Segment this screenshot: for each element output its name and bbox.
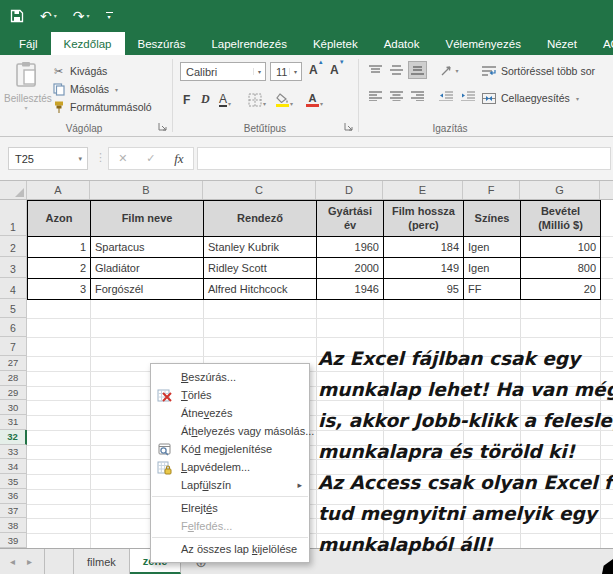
row-header[interactable]: 37	[0, 504, 27, 519]
row-header[interactable]: 36	[0, 489, 27, 504]
grow-font-button[interactable]: A▲	[309, 63, 318, 77]
table-cell[interactable]: 184	[384, 237, 464, 258]
row-header[interactable]: 39	[0, 533, 27, 548]
tab-beszuras[interactable]: Beszúrás	[125, 32, 199, 55]
wrap-text-button[interactable]: Sortöréssel több sor	[482, 65, 595, 77]
name-box[interactable]: T25 ▾	[8, 147, 88, 170]
orientation-button[interactable]: ▾	[436, 61, 464, 79]
customize-qat-icon[interactable]: ▾	[106, 12, 113, 20]
row-header[interactable]: 29	[0, 386, 27, 401]
table-cell[interactable]: 100	[521, 237, 601, 258]
select-all-button[interactable]	[0, 181, 27, 199]
menu-item-rename[interactable]: Átnevezés	[151, 404, 309, 422]
italic-button[interactable]: D	[201, 91, 210, 109]
tab-fajl[interactable]: Fájl	[6, 32, 51, 55]
paste-button[interactable]: Beillesztés ▾	[4, 61, 48, 127]
table-header-cell[interactable]: Rendező	[204, 201, 317, 237]
tab-acrobat[interactable]: ACR	[590, 32, 613, 55]
copy-button[interactable]: Másolás ▾	[52, 81, 118, 97]
tab-lapelrendezes[interactable]: Lapelrendezés	[198, 32, 299, 55]
tab-adatok[interactable]: Adatok	[371, 32, 433, 55]
table-cell[interactable]: Alfred Hitchcock	[204, 279, 317, 300]
menu-item-delete[interactable]: Törlés	[151, 386, 309, 404]
prev-sheet-icon[interactable]: ◂	[10, 556, 15, 567]
menu-item-insert[interactable]: Beszúrás...	[151, 368, 309, 386]
row-header[interactable]: 7	[0, 337, 27, 356]
table-header-cell[interactable]: Bevétel (Millió $)	[521, 201, 601, 237]
menu-item-select-all-sheets[interactable]: Az összes lap kijelölése	[151, 540, 309, 558]
align-bottom-button[interactable]	[408, 61, 427, 79]
column-header-f[interactable]: F	[463, 181, 520, 199]
font-size-combo[interactable]: 11 ▾	[270, 62, 302, 81]
formula-input[interactable]	[197, 147, 611, 170]
align-center-button[interactable]	[387, 87, 406, 105]
row-header-active[interactable]: 32	[0, 430, 27, 445]
font-name-combo[interactable]: Calibri ▾	[180, 62, 266, 81]
table-cell[interactable]: 800	[521, 258, 601, 279]
font-color-button[interactable]: A ▾	[306, 91, 323, 109]
table-cell[interactable]: 2000	[317, 258, 384, 279]
table-cell[interactable]: Spartacus	[91, 237, 204, 258]
decrease-indent-button[interactable]	[436, 87, 455, 105]
enter-icon[interactable]: ✓	[146, 152, 155, 165]
tab-velemenyezes[interactable]: Véleményezés	[432, 32, 533, 55]
column-header-e[interactable]: E	[383, 181, 463, 199]
next-sheet-icon[interactable]: ▸	[27, 556, 32, 567]
fill-color-button[interactable]: ▾	[276, 91, 293, 109]
table-cell[interactable]: 1946	[317, 279, 384, 300]
redo-icon[interactable]: ↷▾	[73, 9, 90, 23]
insert-function-icon[interactable]: fx	[174, 151, 183, 167]
row-header[interactable]: 2	[0, 236, 27, 257]
table-cell[interactable]: Stanley Kubrik	[204, 237, 317, 258]
film-table[interactable]: Azon Film neve Rendező Gyártási év Film …	[27, 200, 601, 300]
table-cell[interactable]: 2	[28, 258, 91, 279]
sheet-tab-filmek[interactable]: filmek	[73, 549, 130, 574]
table-cell[interactable]: 95	[384, 279, 464, 300]
undo-icon[interactable]: ↶▾	[40, 9, 57, 23]
bold-button[interactable]: F	[183, 91, 190, 109]
table-header-cell[interactable]: Azon	[28, 201, 91, 237]
row-header[interactable]: 3	[0, 257, 27, 278]
formula-bar-grip[interactable]: ⋮	[95, 151, 106, 164]
row-header[interactable]: 30	[0, 400, 27, 415]
table-cell[interactable]: Ridley Scott	[204, 258, 317, 279]
borders-button[interactable]: ▾	[248, 91, 266, 109]
table-cell[interactable]: 3	[28, 279, 91, 300]
table-cell[interactable]: Igen	[464, 258, 521, 279]
row-header[interactable]: 27	[0, 356, 27, 371]
row-header[interactable]: 5	[0, 299, 27, 318]
font-dialog-launcher-icon[interactable]	[344, 121, 354, 131]
table-cell[interactable]: 1	[28, 237, 91, 258]
table-header-cell[interactable]: Gyártási év	[317, 201, 384, 237]
column-header-g[interactable]: G	[520, 181, 600, 199]
column-header-b[interactable]: B	[90, 181, 203, 199]
table-header-cell[interactable]: Film hossza (perc)	[384, 201, 464, 237]
save-icon[interactable]	[10, 9, 24, 23]
cut-button[interactable]: ✂ Kivágás	[52, 63, 107, 79]
table-cell[interactable]: Forgószél	[91, 279, 204, 300]
clipboard-dialog-launcher-icon[interactable]	[158, 121, 168, 131]
row-header[interactable]: 28	[0, 371, 27, 386]
menu-item-hide[interactable]: Elrejtés	[151, 499, 309, 517]
menu-item-move-copy[interactable]: Áthelyezés vagy másolás...	[151, 422, 309, 440]
row-header[interactable]: 35	[0, 474, 27, 489]
row-header[interactable]: 6	[0, 318, 27, 337]
menu-item-protect-sheet[interactable]: Lapvédelem...	[151, 458, 309, 476]
align-left-button[interactable]	[366, 87, 385, 105]
menu-item-view-code[interactable]: Kód megjelenítése	[151, 440, 309, 458]
format-painter-button[interactable]: Formátummásoló	[52, 99, 152, 115]
row-header[interactable]: 4	[0, 278, 27, 299]
table-header-cell[interactable]: Színes	[464, 201, 521, 237]
increase-indent-button[interactable]	[458, 87, 477, 105]
worksheet-grid[interactable]: A B C D E F G 1 2 3 4 5 6 7 27 28 29 30 …	[0, 181, 613, 548]
table-cell[interactable]: 1960	[317, 237, 384, 258]
menu-item-tab-color[interactable]: Lapfülszín ▸	[151, 476, 309, 494]
table-cell[interactable]: FF	[464, 279, 521, 300]
tab-kepletek[interactable]: Képletek	[300, 32, 371, 55]
row-header[interactable]: 38	[0, 518, 27, 533]
table-cell[interactable]: 20	[521, 279, 601, 300]
merge-center-button[interactable]: Cellaegyesítés ▾	[482, 92, 579, 104]
align-top-button[interactable]	[366, 61, 385, 79]
align-right-button[interactable]	[408, 87, 427, 105]
row-header[interactable]: 31	[0, 415, 27, 430]
